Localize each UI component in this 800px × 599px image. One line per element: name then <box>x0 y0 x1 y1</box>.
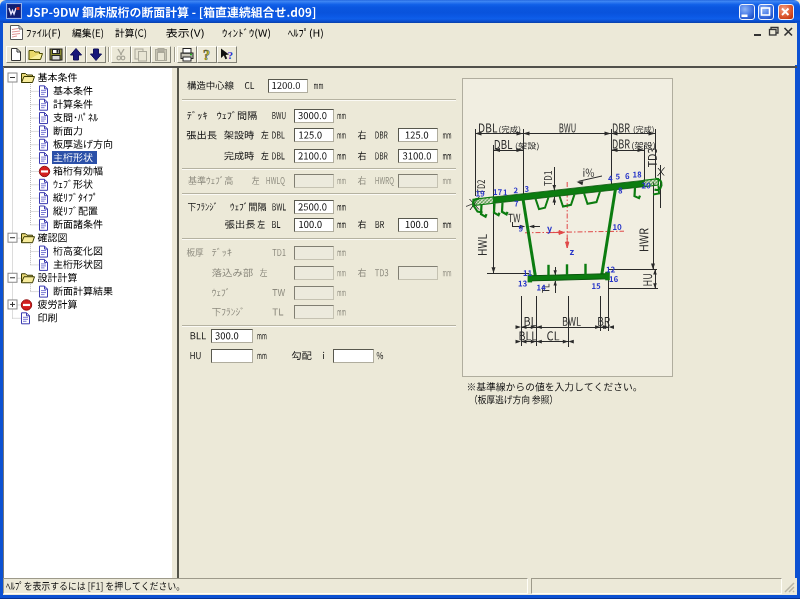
svg-text:?: ? <box>203 48 210 62</box>
svg-text:?: ? <box>228 49 234 61</box>
